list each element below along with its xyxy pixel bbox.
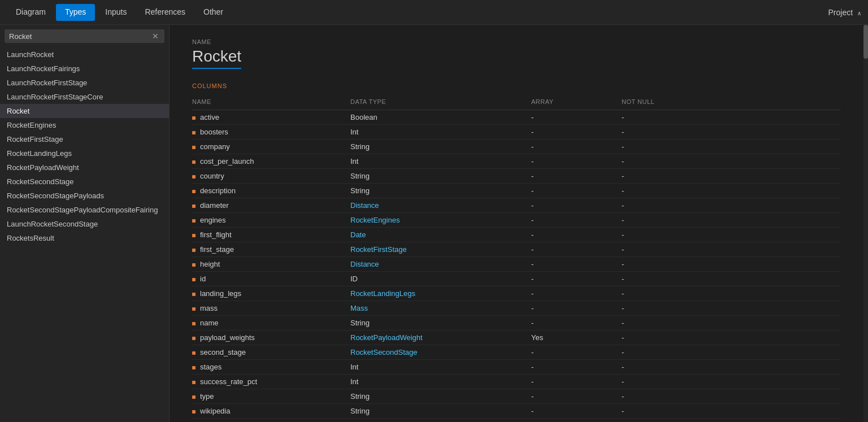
tab-references[interactable]: References	[136, 0, 194, 25]
column-data-type[interactable]: RocketLandingLegs	[350, 286, 531, 301]
column-array: -	[531, 375, 622, 389]
clear-icon[interactable]: ✕	[151, 32, 160, 41]
type-plain: ID	[350, 275, 358, 283]
project-label[interactable]: Project ∧	[828, 8, 861, 17]
scrollbar-thumb[interactable]	[863, 25, 868, 59]
column-data-type[interactable]: Distance	[350, 198, 531, 213]
column-data-type[interactable]: RocketPayloadWeight	[350, 330, 531, 345]
type-link[interactable]: Date	[350, 230, 366, 239]
right-scrollbar[interactable]	[863, 25, 868, 422]
column-data-type[interactable]: Mass	[350, 301, 531, 316]
column-data-type: ID	[350, 272, 531, 286]
tab-diagram[interactable]: Diagram	[7, 0, 55, 25]
column-data-type[interactable]: RocketFirstStage	[350, 242, 531, 257]
column-not-null: -	[622, 286, 841, 301]
type-link[interactable]: Mass	[350, 304, 368, 312]
column-name: description	[192, 184, 350, 198]
sidebar-item-rocketsecondstagepayloadcompositefairing[interactable]: RocketSecondStagePayloadCompositeFairing	[0, 203, 169, 217]
sidebar-item-launchrocketfairings[interactable]: LaunchRocketFairings	[0, 62, 169, 76]
column-array: -	[531, 389, 622, 404]
column-not-null: -	[622, 110, 841, 125]
column-name: second_stage	[192, 345, 350, 360]
table-row: diameterDistance--	[192, 198, 841, 213]
column-data-type: Int	[350, 375, 531, 389]
column-array: -	[531, 184, 622, 198]
column-not-null: -	[622, 154, 841, 169]
column-array: -	[531, 360, 622, 375]
column-array: -	[531, 242, 622, 257]
column-data-type[interactable]: Date	[350, 228, 531, 242]
type-plain: String	[350, 407, 370, 415]
type-plain: String	[350, 142, 370, 151]
table-row: nameString--	[192, 316, 841, 330]
column-name: first_stage	[192, 242, 350, 257]
column-not-null: -	[622, 404, 841, 419]
column-array: -	[531, 228, 622, 242]
type-plain: String	[350, 319, 370, 327]
sidebar-item-rocket[interactable]: Rocket	[0, 104, 169, 118]
column-not-null: -	[622, 228, 841, 242]
name-label: NAME	[192, 38, 841, 45]
col-indicator	[192, 263, 196, 267]
sidebar-item-rocketsecondstagepayloads[interactable]: RocketSecondStagePayloads	[0, 189, 169, 203]
type-plain: Int	[350, 363, 358, 371]
sidebar-item-rocketpayloadweight[interactable]: RocketPayloadWeight	[0, 160, 169, 175]
search-input[interactable]	[9, 32, 151, 41]
column-data-type: String	[350, 184, 531, 198]
tab-types[interactable]: Types	[56, 4, 95, 21]
column-name: engines	[192, 213, 350, 228]
column-name: stages	[192, 360, 350, 375]
sidebar-item-launchrocketsecondstage[interactable]: LaunchRocketSecondStage	[0, 217, 169, 231]
sidebar-item-rocketengines[interactable]: RocketEngines	[0, 118, 169, 132]
column-array: -	[531, 198, 622, 213]
column-array: -	[531, 272, 622, 286]
col-indicator	[192, 131, 196, 134]
type-link[interactable]: Distance	[350, 201, 379, 210]
type-plain: Int	[350, 377, 358, 386]
type-link[interactable]: RocketLandingLegs	[350, 289, 415, 298]
col-header-name: NAME	[192, 96, 350, 110]
type-link[interactable]: RocketPayloadWeight	[350, 333, 423, 342]
column-not-null: -	[622, 184, 841, 198]
column-array: -	[531, 125, 622, 140]
type-link[interactable]: RocketFirstStage	[350, 245, 407, 254]
column-not-null: -	[622, 330, 841, 345]
column-data-type: String	[350, 404, 531, 419]
sidebar-item-rocketsecondstage[interactable]: RocketSecondStage	[0, 175, 169, 189]
column-data-type[interactable]: Distance	[350, 257, 531, 272]
sidebar-item-rocketlandinglegs[interactable]: RocketLandingLegs	[0, 146, 169, 160]
table-row: countryString--	[192, 169, 841, 184]
type-plain: Boolean	[350, 113, 377, 121]
column-array: Yes	[531, 330, 622, 345]
table-row: first_stageRocketFirstStage--	[192, 242, 841, 257]
sidebar-item-launchrocketfirststage[interactable]: LaunchRocketFirstStage	[0, 76, 169, 90]
content-area: NAME Rocket COLUMNS NAME DATA TYPE ARRAY…	[170, 25, 863, 422]
type-link[interactable]: RocketEngines	[350, 216, 400, 224]
tab-inputs[interactable]: Inputs	[96, 0, 136, 25]
table-row: stagesInt--	[192, 360, 841, 375]
column-data-type: String	[350, 169, 531, 184]
col-header-array: ARRAY	[531, 96, 622, 110]
type-plain: Int	[350, 128, 358, 136]
column-array: -	[531, 301, 622, 316]
sidebar-item-rocketfirststage[interactable]: RocketFirstStage	[0, 132, 169, 146]
sidebar-item-rocketsresult[interactable]: RocketsResult	[0, 231, 169, 245]
column-data-type[interactable]: RocketEngines	[350, 213, 531, 228]
column-not-null: -	[622, 272, 841, 286]
type-link[interactable]: RocketSecondStage	[350, 348, 418, 356]
sidebar-item-launchrocket[interactable]: LaunchRocket	[0, 47, 169, 62]
col-indicator	[192, 205, 196, 208]
column-name: mass	[192, 301, 350, 316]
sidebar-item-launchrocketfirststagecore[interactable]: LaunchRocketFirstStageCore	[0, 90, 169, 104]
column-not-null: -	[622, 213, 841, 228]
tab-other[interactable]: Other	[194, 0, 232, 25]
table-row: landing_legsRocketLandingLegs--	[192, 286, 841, 301]
table-row: wikipediaString--	[192, 404, 841, 419]
column-data-type[interactable]: RocketSecondStage	[350, 345, 531, 360]
column-not-null: -	[622, 345, 841, 360]
column-name: active	[192, 110, 350, 125]
type-link[interactable]: Distance	[350, 260, 379, 268]
column-array: -	[531, 286, 622, 301]
col-header-data-type: DATA TYPE	[350, 96, 531, 110]
column-name: cost_per_launch	[192, 154, 350, 169]
